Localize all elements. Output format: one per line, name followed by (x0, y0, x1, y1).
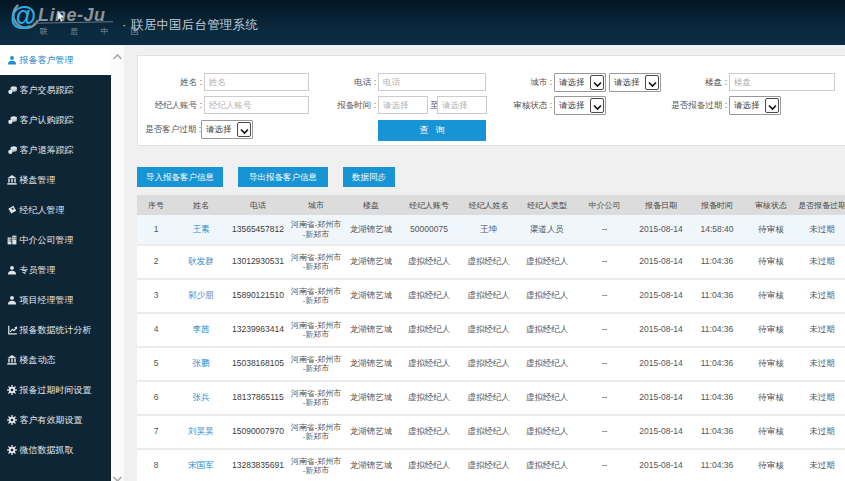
app-title: 联居中国后台管理系统 (131, 17, 258, 34)
customer-name-link[interactable]: 刘昊昊 (188, 426, 214, 436)
agent-account-label: 经纪人账号 : (124, 96, 202, 114)
cell-city: 河南省-郑州市 -新郑市 (289, 381, 343, 415)
column-header: 审核状态 (745, 195, 797, 215)
sidebar-item-3[interactable]: 客户认购跟踪 (0, 105, 111, 135)
cell-audit_status: 待审核 (745, 245, 797, 279)
customer-name-link[interactable]: 王素 (193, 224, 210, 234)
report-expired-select[interactable]: 请选择 (729, 96, 781, 115)
export-report-customers-button[interactable]: 导出报备客户信息 (238, 167, 328, 187)
cell-phone: 18137865115 (227, 381, 289, 415)
sidebar-item-label: 报备过期时间设置 (20, 375, 92, 405)
table-row[interactable]: 1王素13565457812河南省-郑州市 -新郑市龙湖锦艺城50000075王… (137, 215, 845, 245)
customer-name-link[interactable]: 张鹏 (193, 358, 210, 368)
cell-city: 河南省-郑州市 -新郑市 (289, 449, 343, 481)
sidebar-item-label: 客户交易跟踪 (20, 75, 74, 105)
cell-no: 8 (137, 449, 175, 481)
chevron-down-icon[interactable] (112, 475, 123, 481)
cell-report_time: 11:04:36 (689, 279, 745, 313)
cell-report_date: 2015-08-14 (633, 245, 689, 279)
cell-no: 4 (137, 313, 175, 347)
title-separator: · (122, 17, 126, 32)
cell-estate: 龙湖锦艺城 (343, 215, 399, 245)
customer-expired-select[interactable]: 请选择 (201, 120, 253, 139)
sidebar-item-1[interactable]: 报备客户管理 (0, 45, 111, 75)
sidebar-menu: 报备客户管理客户交易跟踪客户认购跟踪客户退筹跟踪楼盘管理经纪人管理中介公司管理专… (0, 45, 111, 481)
cell-agent_name: 虚拟经纪人 (459, 313, 518, 347)
sidebar-item-8[interactable]: 专员管理 (0, 255, 111, 285)
customer-name-link[interactable]: 耿发群 (188, 256, 214, 266)
cell-agent_name: 虚拟经纪人 (459, 279, 518, 313)
chevron-up-icon[interactable] (112, 53, 123, 61)
search-filter-panel: 姓名 : 电话 : 城市 : 请选择 请选择 楼盘 : 经纪人账号 : 报备时间… (137, 55, 845, 146)
cell-audit_status: 待审核 (745, 313, 797, 347)
coins-icon (7, 115, 17, 125)
province-select[interactable]: 请选择 (554, 73, 606, 92)
person-icon (7, 55, 17, 65)
name-label: 姓名 : (124, 73, 202, 91)
data-sync-button[interactable]: 数据同步 (343, 167, 395, 187)
cell-agency: -- (576, 215, 633, 245)
sidebar-scrollbar[interactable] (111, 45, 124, 481)
sidebar-item-13[interactable]: 客户有效期设置 (0, 405, 111, 435)
sidebar-item-4[interactable]: 客户退筹跟踪 (0, 135, 111, 165)
estate-label: 楼盘 : (617, 73, 727, 91)
table-row[interactable]: 2耿发群13012930531河南省-郑州市 -新郑市龙湖锦艺城虚拟经纪人虚拟经… (137, 245, 845, 279)
sidebar-item-14[interactable]: 微信数据抓取 (0, 435, 111, 465)
cell-estate: 龙湖锦艺城 (343, 347, 399, 381)
sidebar-item-7[interactable]: 中介公司管理 (0, 225, 111, 255)
cell-name: 郭少朋 (175, 279, 227, 313)
gear-icon (7, 445, 17, 455)
sidebar-item-9[interactable]: 项目经理管理 (0, 285, 111, 315)
cell-phone: 13012930531 (227, 245, 289, 279)
logo-at-symbol: @ (10, 3, 36, 29)
table-row[interactable]: 7刘昊昊15090007970河南省-郑州市 -新郑市龙湖锦艺城虚拟经纪人虚拟经… (137, 415, 845, 449)
report-time-from-input[interactable] (378, 96, 428, 114)
search-button[interactable]: 查询 (378, 120, 486, 141)
cell-audit_status: 待审核 (745, 215, 797, 245)
cell-city: 河南省-郑州市 -新郑市 (289, 279, 343, 313)
sidebar-item-5[interactable]: 楼盘管理 (0, 165, 111, 195)
sidebar-item-label: 客户有效期设置 (20, 405, 83, 435)
cell-no: 7 (137, 415, 175, 449)
customer-name-link[interactable]: 郭少朋 (188, 290, 214, 300)
table-row[interactable]: 4李茜13239963414河南省-郑州市 -新郑市龙湖锦艺城虚拟经纪人虚拟经纪… (137, 313, 845, 347)
customer-name-link[interactable]: 宋国军 (188, 460, 214, 470)
cell-agent_type: 虚拟经纪人 (518, 245, 576, 279)
cell-phone: 15038168105 (227, 347, 289, 381)
import-report-customers-button[interactable]: 导入报备客户信息 (137, 167, 223, 187)
cell-agent_name: 虚拟经纪人 (459, 415, 518, 449)
cell-report_expired: 未过期 (797, 313, 845, 347)
sidebar-item-6[interactable]: 经纪人管理 (0, 195, 111, 225)
column-header: 中介公司 (576, 195, 633, 215)
table-row[interactable]: 8宋国军13283835691河南省-郑州市 -新郑市龙湖锦艺城虚拟经纪人虚拟经… (137, 449, 845, 481)
table-row[interactable]: 5张鹏15038168105河南省-郑州市 -新郑市龙湖锦艺城虚拟经纪人虚拟经纪… (137, 347, 845, 381)
cell-agent_type: 虚拟经纪人 (518, 347, 576, 381)
cell-name: 宋国军 (175, 449, 227, 481)
cell-agent_account: 虚拟经纪人 (399, 449, 459, 481)
table-row[interactable]: 3郭少朋15890121510河南省-郑州市 -新郑市龙湖锦艺城虚拟经纪人虚拟经… (137, 279, 845, 313)
cell-phone: 13283835691 (227, 449, 289, 481)
table-row[interactable]: 6张兵18137865115河南省-郑州市 -新郑市龙湖锦艺城虚拟经纪人虚拟经纪… (137, 381, 845, 415)
sidebar-item-label: 中介公司管理 (20, 225, 74, 255)
cell-city: 河南省-郑州市 -新郑市 (289, 347, 343, 381)
estate-input[interactable] (729, 73, 835, 91)
customer-name-link[interactable]: 李茜 (193, 324, 210, 334)
coins-icon (7, 85, 17, 95)
audit-status-select[interactable]: 请选择 (554, 96, 606, 115)
cell-agency: -- (576, 449, 633, 481)
column-header: 电话 (227, 195, 289, 215)
sidebar-item-10[interactable]: 报备数据统计分析 (0, 315, 111, 345)
sidebar-item-label: 楼盘动态 (20, 345, 56, 375)
sidebar-item-12[interactable]: 报备过期时间设置 (0, 375, 111, 405)
sidebar-item-11[interactable]: 楼盘动态 (0, 345, 111, 375)
sidebar-item-2[interactable]: 客户交易跟踪 (0, 75, 111, 105)
sidebar-item-label: 项目经理管理 (20, 285, 74, 315)
report-customers-table: 序号姓名电话城市楼盘经纪人账号经纪人姓名经纪人类型中介公司报备日期报备时间审核状… (137, 195, 845, 481)
cell-agency: -- (576, 381, 633, 415)
cell-report_expired: 未过期 (797, 347, 845, 381)
sidebar-item-label: 微信数据抓取 (20, 435, 74, 465)
customer-name-link[interactable]: 张兵 (193, 392, 210, 402)
cell-agent_account: 50000075 (399, 215, 459, 245)
cell-no: 3 (137, 279, 175, 313)
cell-estate: 龙湖锦艺城 (343, 245, 399, 279)
